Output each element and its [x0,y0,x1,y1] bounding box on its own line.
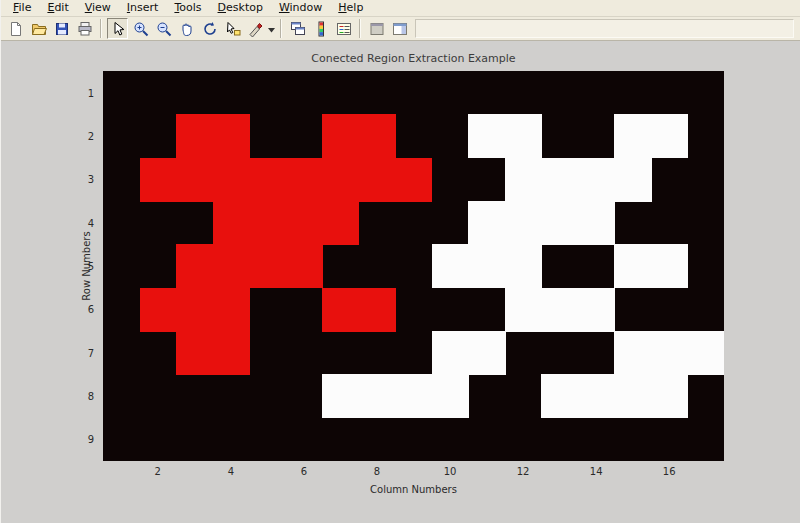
grid-cell [359,288,396,332]
menu-tools[interactable]: Tools [166,0,209,16]
y-axis-label: Row Numbers [81,231,92,300]
y-tick-label: 2 [88,130,94,141]
grid-cell [651,244,688,288]
grid-cell [249,201,286,245]
grid-cell [140,158,177,202]
y-tick-label: 1 [88,87,94,98]
pan-button[interactable] [176,18,197,39]
grid-cell [213,244,250,288]
x-tick-label: 2 [155,466,161,477]
grid-cell [614,331,651,375]
grid-cell [286,244,323,288]
show-plot-tools-button[interactable] [389,18,410,39]
grid-cell [176,158,213,202]
brush-icon [248,21,264,37]
y-tick-label: 9 [88,434,94,445]
grid-cell [213,114,250,158]
plot-title: Conected Region Extraction Example [103,52,724,65]
insert-legend-button[interactable] [333,18,354,39]
pan-hand-icon [179,21,195,37]
grid-cell [614,114,651,158]
y-tick-label: 4 [88,217,94,228]
menu-insert[interactable]: Insert [119,0,167,16]
insert-legend-icon [336,21,352,37]
print-icon [77,21,93,37]
edit-plot-button[interactable] [107,18,128,39]
brush-button[interactable] [245,18,266,39]
grid-cell [505,244,542,288]
grid-cell [213,201,250,245]
new-figure-icon [8,21,24,37]
edit-plot-arrow-icon [110,21,126,37]
grid-cell [505,288,542,332]
data-cursor-button[interactable] [222,18,243,39]
grid-cell [322,158,359,202]
new-figure-button[interactable] [5,18,26,39]
zoom-in-button[interactable] [130,18,151,39]
menu-view[interactable]: View [77,0,119,16]
menu-edit[interactable]: Edit [39,0,76,16]
grid-cell [541,374,578,418]
grid-cell [322,288,359,332]
link-plot-button[interactable] [287,18,308,39]
grid-cell [614,158,651,202]
x-tick-label: 4 [228,466,234,477]
grid-cell [541,201,578,245]
rotate-3d-button[interactable] [199,18,220,39]
grid-cell [213,158,250,202]
grid-cell [578,288,615,332]
grid-cell [505,201,542,245]
show-plot-tools-icon [392,21,408,37]
menu-file[interactable]: File [5,0,39,16]
matlab-figure-window: File Edit View Insert Tools Desktop Wind… [0,0,800,523]
hide-plot-tools-button[interactable] [366,18,387,39]
x-axis-label: Column Numbers [103,484,724,495]
toolbar-separator [359,19,361,38]
grid-cell [651,114,688,158]
brush-dropdown-caret-icon [268,21,275,36]
print-button[interactable] [74,18,95,39]
x-tick-label: 14 [590,466,603,477]
zoom-out-button[interactable] [153,18,174,39]
grid-cell [468,331,505,375]
toolbar-separator [280,19,282,38]
grid-cell [578,374,615,418]
y-tick-label: 3 [88,174,94,185]
menubar: File Edit View Insert Tools Desktop Wind… [1,0,800,17]
grid-cell [541,288,578,332]
grid-cell [687,331,724,375]
save-figure-button[interactable] [51,18,72,39]
x-tick-label: 10 [444,466,457,477]
grid-cell [614,374,651,418]
brush-dropdown-button[interactable] [267,18,276,39]
grid-cell [249,244,286,288]
toolbar-separator [100,19,102,38]
open-file-button[interactable] [28,18,49,39]
grid-cell [359,374,396,418]
save-figure-icon [54,21,70,37]
grid-cell [213,288,250,332]
menu-desktop[interactable]: Desktop [210,0,271,16]
insert-colorbar-icon [313,21,329,37]
menu-window[interactable]: Window [271,0,330,16]
grid-cell [614,244,651,288]
grid-cell [213,331,250,375]
grid-cell [578,158,615,202]
grid-cell [286,201,323,245]
x-tick-label: 12 [517,466,530,477]
image-grid [103,71,724,461]
zoom-in-icon [133,21,149,37]
insert-colorbar-button[interactable] [310,18,331,39]
toolbar-empty-area [415,19,794,38]
grid-cell [468,114,505,158]
grid-cell [249,158,286,202]
grid-cell [432,374,469,418]
grid-cell [322,114,359,158]
grid-cell [651,331,688,375]
menu-help[interactable]: Help [330,0,371,16]
open-file-icon [31,21,47,37]
grid-cell [432,244,469,288]
grid-cell [176,331,213,375]
x-tick-label: 8 [374,466,380,477]
grid-cell [286,158,323,202]
